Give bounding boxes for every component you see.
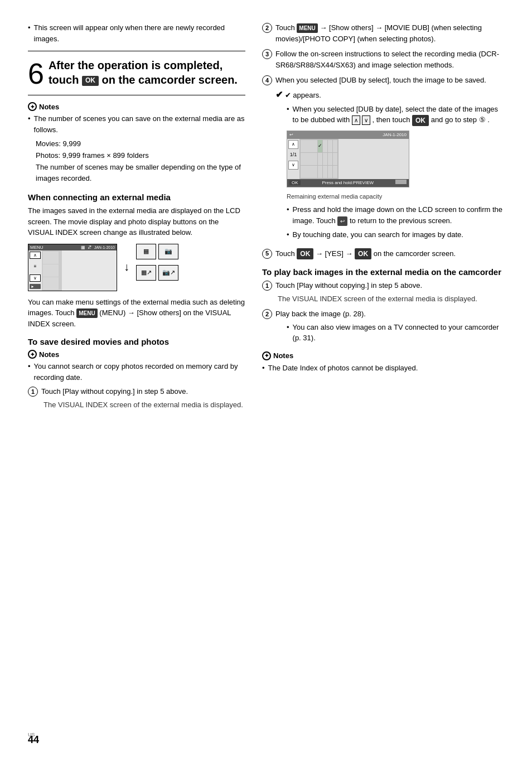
step1-circle: 1 bbox=[28, 387, 38, 397]
capacity-bar bbox=[395, 180, 407, 184]
notes-header-1: ✦ Notes bbox=[28, 102, 245, 111]
section-connecting-p2: You can make menu settings of the extern… bbox=[28, 297, 245, 330]
step3-circle: 3 bbox=[262, 49, 272, 59]
notes-icon-1: ✦ bbox=[28, 102, 37, 111]
dub-grid: ✓ bbox=[299, 139, 338, 179]
down-arrow-btn: ∨ bbox=[362, 115, 370, 125]
lcd-top-bar: MENU ▦ ⛐ JAN-1-2010 bbox=[28, 244, 117, 250]
dub-screen-illustration: ↩ JAN-1-2010 ∧ 1/1 ∨ ✓ bbox=[287, 131, 409, 187]
step2-circle: 2 bbox=[262, 23, 272, 33]
left-step1: 1 Touch [Play without copying.] in step … bbox=[28, 386, 245, 410]
page: • This screen will appear only when ther… bbox=[0, 0, 532, 757]
right-step5: 5 Touch OK → [YES] → OK on the camcorder… bbox=[262, 248, 504, 260]
photo-icon: 📷 bbox=[158, 244, 178, 259]
left-column: • This screen will appear only when ther… bbox=[28, 22, 245, 735]
section-connecting-title: When connecting an external media bbox=[28, 192, 245, 202]
screen-note: • This screen will appear only when ther… bbox=[28, 22, 245, 44]
right-step3: 3 Follow the on-screen instructions to s… bbox=[262, 49, 504, 70]
lcd-illustration: MENU ▦ ⛐ JAN-1-2010 ∧ ≡ ∨ bbox=[28, 244, 245, 291]
ok-badge-step5a: OK bbox=[297, 248, 313, 259]
ok-badge-step5b: OK bbox=[355, 248, 371, 259]
step6-text: After the operation is completed, touch … bbox=[49, 58, 238, 87]
arrow-down-icon: ↓ bbox=[124, 261, 129, 273]
menu-badge-right: MENU bbox=[297, 23, 317, 33]
pb-step2-circle: 2 bbox=[262, 309, 272, 319]
press-hold-note: • Press and hold the image down on the L… bbox=[275, 204, 504, 240]
pb-step2: 2 Play back the image (p. 28). • You can… bbox=[262, 308, 504, 347]
page-number: 44 bbox=[28, 734, 39, 746]
notes-header-right: ✦ Notes bbox=[262, 351, 504, 360]
photo-ext-icon: 📷↗ bbox=[158, 265, 178, 281]
dub-by-date-note: • When you selected [DUB by date], selec… bbox=[275, 104, 504, 126]
notes-icon-right: ✦ bbox=[262, 351, 271, 360]
lcd-screen-before: MENU ▦ ⛐ JAN-1-2010 ∧ ≡ ∨ bbox=[28, 244, 117, 291]
right-step4: 4 When you selected [DUB by select], tou… bbox=[262, 75, 504, 244]
step5-circle: 5 bbox=[262, 249, 272, 259]
notes-detail: Movies: 9,999 Photos: 9,999 frames × 899… bbox=[28, 138, 245, 185]
check-mark: ✔ bbox=[275, 90, 283, 99]
right-column: 2 Touch MENU → [Show others] → [MOVIE DU… bbox=[262, 22, 504, 735]
dub-top-bar: ↩ JAN-1-2010 bbox=[287, 131, 409, 139]
capacity-label: Remaining external media capacity bbox=[287, 192, 504, 201]
notes-header-2: ✦ Notes bbox=[28, 350, 245, 359]
notes-icon-2: ✦ bbox=[28, 350, 37, 359]
lcd-icons-after: ▦ 📷 ▦↗ 📷↗ bbox=[136, 244, 178, 281]
up-arrow-btn: ∧ bbox=[352, 115, 360, 125]
section-connecting-p1: The images saved in the external media a… bbox=[28, 205, 245, 238]
dub-bottom-bar: OK Press and hold:PREVIEW bbox=[287, 179, 409, 187]
step4-circle: 4 bbox=[262, 75, 272, 85]
section-playback-title: To play back images in the external medi… bbox=[262, 267, 504, 277]
lcd-grid bbox=[42, 250, 62, 291]
dub-down-btn: ∨ bbox=[288, 161, 298, 170]
notes-item-right: • The Date Index of photos cannot be dis… bbox=[262, 363, 504, 374]
lcd-down-btn: ∨ bbox=[30, 274, 41, 282]
ok-badge-step6: OK bbox=[82, 76, 99, 86]
section-save-title: To save desired movies and photos bbox=[28, 337, 245, 346]
right-step2: 2 Touch MENU → [Show others] → [MOVIE DU… bbox=[262, 22, 504, 44]
notes-item-1: • The number of scenes you can save on t… bbox=[28, 113, 245, 135]
return-btn: ↩ bbox=[337, 216, 347, 226]
lcd-up-btn: ∧ bbox=[30, 252, 41, 259]
notes-item-2: • You cannot search or copy photos recor… bbox=[28, 361, 245, 383]
menu-badge-left: MENU bbox=[76, 308, 97, 318]
divider-1 bbox=[28, 51, 245, 51]
pb-step1-circle: 1 bbox=[262, 281, 272, 291]
lcd-before: MENU ▦ ⛐ JAN-1-2010 ∧ ≡ ∨ bbox=[28, 244, 117, 291]
divider-2 bbox=[28, 95, 245, 95]
step6-block: 6 After the operation is completed, touc… bbox=[28, 58, 245, 88]
pb-step1: 1 Touch [Play without copying.] in step … bbox=[262, 280, 504, 304]
movie-icon: ▦ bbox=[136, 244, 156, 259]
ok-badge-date: OK bbox=[412, 115, 429, 126]
movie-ext-icon: ▦↗ bbox=[136, 265, 156, 281]
dub-up-btn: ∧ bbox=[288, 140, 298, 149]
